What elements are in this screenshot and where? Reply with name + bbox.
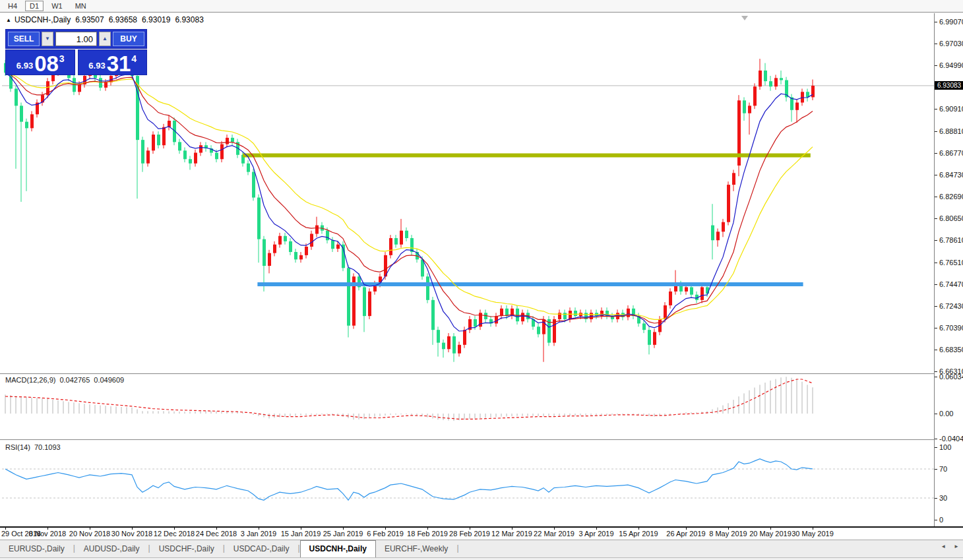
- candle-body: [685, 287, 688, 291]
- price-axis-label: 6.84730: [939, 171, 963, 179]
- candle-body: [563, 313, 567, 319]
- price-axis-label: 6.70390: [939, 324, 963, 332]
- sell-price-display[interactable]: 6.93083: [5, 49, 75, 75]
- tab-audusd-daily[interactable]: AUDUSD-,Daily: [75, 540, 148, 557]
- current-price-tag: 6.93083: [935, 81, 963, 90]
- date-label: 22 Mar 2019: [534, 530, 575, 538]
- candle-body: [199, 145, 202, 152]
- rsi-axis-label: 100: [939, 443, 951, 451]
- candle-body: [146, 150, 150, 163]
- candle-body: [336, 245, 340, 249]
- tab-scroll-left-icon[interactable]: ◄: [941, 544, 946, 549]
- axis-tick: [935, 197, 937, 197]
- date-axis: 29 Oct 20188 Nov 201820 Nov 201830 Nov 2…: [0, 528, 963, 540]
- timeframe-toolbar: H4D1W1MN: [0, 0, 963, 13]
- candle-body: [463, 330, 466, 345]
- candle-body: [642, 323, 646, 330]
- candle-body: [215, 153, 218, 160]
- axis-tick: [935, 498, 937, 499]
- rsi-axis-label: 0: [939, 516, 943, 524]
- tab-usdcnh-daily[interactable]: USDCNH-,Daily: [300, 540, 376, 557]
- date-label: 12 Mar 2019: [491, 530, 532, 538]
- candle-body: [99, 78, 102, 88]
- main-chart-canvas[interactable]: [0, 0, 963, 560]
- price-axis-label: 6.88810: [939, 127, 963, 135]
- macd-panel-separator: [0, 373, 963, 375]
- date-label: 20 Nov 2018: [69, 530, 110, 538]
- candle-body: [727, 185, 730, 222]
- candle-body: [141, 140, 144, 164]
- date-label: 8 May 2019: [709, 530, 747, 538]
- price-axis-label: 6.76510: [939, 259, 963, 266]
- axis-tick: [935, 109, 937, 109]
- buy-price-base: 6.93: [88, 61, 105, 71]
- price-axis-label: 6.68350: [939, 346, 963, 354]
- candle-body: [305, 247, 308, 255]
- tab-usdchf-daily[interactable]: USDCHF-,Daily: [150, 540, 223, 557]
- rsi-value: 70.1093: [34, 443, 61, 451]
- timeframe-button-mn[interactable]: MN: [71, 1, 91, 11]
- axis-tick: [935, 240, 937, 241]
- price-axis: 6.990706.970306.949906.909106.888106.867…: [934, 13, 963, 526]
- buy-button[interactable]: BUY: [113, 32, 144, 46]
- candle-body: [368, 292, 371, 316]
- collapse-trade-panel-icon[interactable]: ▲: [6, 17, 11, 23]
- buy-price-display[interactable]: 6.93314: [78, 49, 148, 75]
- tab-eurchf-weekly[interactable]: EURCHF-,Weekly: [376, 540, 456, 557]
- candle-body: [648, 330, 651, 345]
- macd-indicator-label: MACD(12,26,9)0.0427650.049609: [5, 376, 128, 384]
- volume-decrease-button[interactable]: ▼: [42, 32, 53, 46]
- candle-body: [326, 231, 329, 241]
- sell-price-big: 08: [34, 55, 59, 73]
- candle-body: [553, 319, 556, 343]
- volume-input[interactable]: [55, 32, 97, 46]
- candle-body: [289, 241, 292, 252]
- spin-up-icon: ▲: [102, 36, 108, 42]
- axis-tick: [935, 131, 937, 132]
- candle-body: [20, 106, 23, 121]
- axis-tick: [935, 263, 937, 263]
- tab-usdcad-daily[interactable]: USDCAD-,Daily: [225, 540, 298, 557]
- volume-increase-button[interactable]: ▲: [99, 32, 111, 46]
- timeframe-button-h4[interactable]: H4: [3, 1, 22, 11]
- rsi-axis-label: 30: [939, 494, 947, 502]
- chart-shift-marker-icon[interactable]: [741, 16, 748, 20]
- timeframe-button-d1[interactable]: D1: [25, 1, 44, 11]
- candle-body: [764, 71, 767, 81]
- macd-signal-value: 0.049609: [94, 376, 124, 384]
- candle-body: [690, 287, 693, 294]
- trade-panel-prices: 6.93083 6.93314: [5, 49, 147, 75]
- chart-symbol-label: USDCNH-,Daily: [15, 15, 71, 24]
- timeframe-button-w1[interactable]: W1: [47, 1, 67, 11]
- axis-tick: [935, 469, 937, 470]
- candle-body: [716, 232, 720, 240]
- macd-main-value: 0.042765: [59, 376, 90, 384]
- candle-body: [769, 81, 772, 86]
- axis-tick: [935, 520, 937, 520]
- candle-body: [157, 135, 160, 145]
- candle-body: [732, 173, 735, 185]
- tab-scroll-right-icon[interactable]: ►: [954, 544, 959, 549]
- candle-body: [447, 336, 450, 349]
- candle-body: [310, 234, 313, 247]
- date-label: 18 Feb 2019: [407, 530, 448, 538]
- date-label: 20 May 2019: [749, 530, 792, 538]
- date-label: 26 Apr 2019: [666, 530, 705, 538]
- candle-body: [178, 142, 181, 150]
- candle-body: [780, 78, 783, 80]
- axis-tick: [935, 175, 937, 175]
- sell-button[interactable]: SELL: [8, 32, 40, 46]
- axis-tick: [935, 44, 937, 44]
- macd-axis-label: 0.060342: [939, 373, 963, 381]
- axis-tick: [935, 218, 937, 219]
- macd-name: MACD(12,26,9): [5, 376, 55, 384]
- candle-body: [189, 159, 192, 163]
- candle-body: [257, 198, 261, 239]
- candle-body: [168, 121, 171, 127]
- rsi-line: [5, 459, 813, 501]
- date-label: 25 Jan 2019: [323, 530, 363, 538]
- date-label: 24 Dec 2018: [196, 530, 237, 538]
- tab-scroll-arrows: ◄ ►: [941, 544, 959, 549]
- price-axis-label: 6.94990: [939, 61, 963, 69]
- tab-eurusd-daily[interactable]: EURUSD-,Daily: [0, 540, 73, 557]
